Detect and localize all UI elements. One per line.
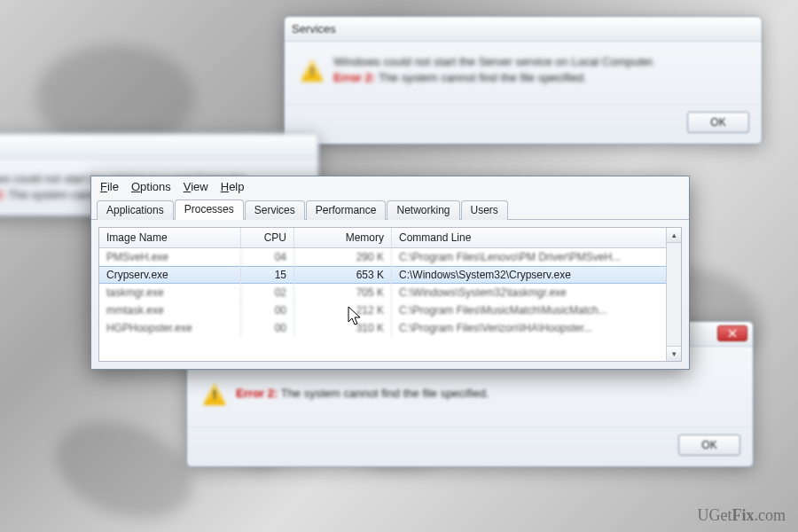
col-memory[interactable]: Memory [294, 228, 392, 247]
dialog-title [0, 134, 318, 159]
tab-networking[interactable]: Networking [387, 200, 459, 220]
process-command: C:\Windows\System32\Crypserv.exe [392, 265, 681, 285]
dialog-title-text: Services [292, 22, 336, 35]
close-button[interactable] [717, 325, 747, 341]
table-body: PMSveH.exe 04 290 K C:\Program Files\Len… [99, 248, 681, 337]
dialog-message: Windows could not start the Server servi… [333, 54, 655, 86]
scroll-down-icon[interactable]: ▾ [667, 346, 681, 361]
table-row[interactable]: mmtask.exe 00 212 K C:\Program Files\Mus… [99, 301, 681, 319]
close-icon [728, 329, 737, 338]
vertical-scrollbar[interactable]: ▴ ▾ [666, 228, 681, 361]
task-manager-window: File Options View Help Applications Proc… [90, 176, 690, 370]
table-header: Image Name CPU Memory Command Line [99, 228, 681, 248]
table-row[interactable]: taskmgr.exe 02 705 K C:\Windows\System32… [99, 284, 681, 301]
menu-view[interactable]: View [184, 180, 208, 193]
tab-applications[interactable]: Applications [97, 200, 174, 220]
menu-options[interactable]: Options [131, 180, 171, 193]
dialog-message: Error 2: The system cannot find the file… [236, 386, 489, 402]
col-image-name[interactable]: Image Name [99, 228, 241, 247]
mouse-cursor-icon [348, 306, 364, 327]
tab-processes[interactable]: Processes [175, 200, 244, 220]
scroll-up-icon[interactable]: ▴ [667, 228, 681, 243]
process-table: Image Name CPU Memory Command Line PMSve… [98, 227, 682, 362]
tab-users[interactable]: Users [461, 200, 508, 220]
process-memory: 653 K [294, 265, 392, 285]
process-name: Crypserv.exe [99, 265, 241, 285]
menubar: File Options View Help [91, 176, 689, 199]
ok-button[interactable]: OK [678, 434, 740, 456]
table-row-selected[interactable]: Crypserv.exe 15 653 K C:\Windows\System3… [99, 266, 681, 284]
tab-performance[interactable]: Performance [306, 200, 387, 220]
col-cpu[interactable]: CPU [241, 228, 294, 247]
ok-button[interactable]: OK [687, 112, 749, 133]
tab-services[interactable]: Services [245, 200, 305, 220]
menu-file[interactable]: File [100, 180, 119, 193]
process-cpu: 15 [241, 265, 294, 285]
watermark: UGetFix.com [698, 506, 786, 525]
col-command-line[interactable]: Command Line [392, 228, 681, 247]
menu-help[interactable]: Help [221, 180, 245, 193]
warning-icon [301, 59, 324, 82]
dialog-title: Services [285, 17, 762, 42]
table-row[interactable]: PMSveH.exe 04 290 K C:\Program Files\Len… [99, 248, 681, 266]
tabbar: Applications Processes Services Performa… [91, 199, 689, 220]
table-row[interactable]: HGPHoopster.exe 00 310 K C:\Program File… [99, 319, 681, 337]
services-error-dialog-1: Services Windows could not start the Ser… [284, 16, 763, 145]
warning-icon [203, 382, 226, 405]
